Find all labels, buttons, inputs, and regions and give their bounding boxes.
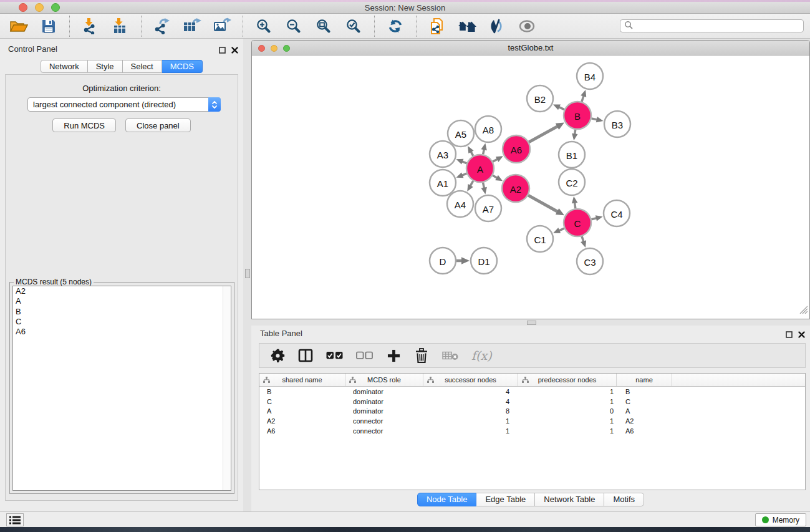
graph-node-C3[interactable]: C3 <box>577 248 603 274</box>
hide-panel-icon[interactable] <box>487 16 507 36</box>
graph-node-D1[interactable]: D1 <box>471 248 497 274</box>
deselect-all-icon[interactable] <box>356 346 373 365</box>
table-cell[interactable]: 1 <box>518 417 617 425</box>
network-canvas[interactable]: B4B2BB3A8A5A6A3B1AA1C2A2A4A7C4CC1C3DD1 <box>252 56 809 318</box>
delete-icon[interactable] <box>414 346 429 365</box>
tab-style[interactable]: Style <box>88 60 123 73</box>
table-cell[interactable]: connector <box>345 427 423 435</box>
table-cell[interactable]: C <box>617 398 672 405</box>
column-header-name[interactable]: name <box>617 374 672 386</box>
tab-network-table[interactable]: Network Table <box>535 493 604 506</box>
table-cell[interactable]: 0 <box>518 407 617 415</box>
gear-icon[interactable] <box>270 346 285 365</box>
eye-icon[interactable] <box>517 16 537 36</box>
mcds-result-list[interactable]: A2ABCA6 <box>12 286 231 491</box>
table-cell[interactable]: A6 <box>617 427 672 435</box>
table-cell[interactable]: 1 <box>518 398 617 405</box>
table-cell[interactable]: 1 <box>518 388 617 395</box>
float-panel-icon[interactable] <box>219 45 226 56</box>
graph-node-B2[interactable]: B2 <box>527 85 553 112</box>
table-cell[interactable]: A2 <box>617 417 672 425</box>
tab-select[interactable]: Select <box>123 60 162 73</box>
table-row[interactable]: A6connector11A6 <box>259 426 805 436</box>
clone-network-icon[interactable] <box>427 16 447 36</box>
graph-node-C2[interactable]: C2 <box>559 169 585 195</box>
close-panel-button[interactable]: Close panel <box>125 118 191 132</box>
graph-node-A2[interactable]: A2 <box>502 175 529 202</box>
criterion-dropdown[interactable]: largest connected component (directed) <box>27 97 221 112</box>
graph-node-A7[interactable]: A7 <box>475 195 501 221</box>
task-history-button[interactable] <box>6 513 24 526</box>
table-cell[interactable]: connector <box>345 417 423 425</box>
memory-button[interactable]: Memory <box>755 513 806 526</box>
table-cell[interactable]: dominator <box>345 388 423 395</box>
tab-edge-table[interactable]: Edge Table <box>476 493 535 506</box>
column-header-MCDS-role[interactable]: MCDS role <box>345 374 423 386</box>
refresh-icon[interactable] <box>385 16 405 36</box>
table-cell[interactable]: 1 <box>518 427 617 435</box>
graph-node-A1[interactable]: A1 <box>430 170 456 196</box>
split-column-icon[interactable] <box>298 346 313 365</box>
export-table-icon[interactable] <box>182 16 202 36</box>
column-header-successor-nodes[interactable]: successor nodes <box>423 374 518 386</box>
save-session-icon[interactable] <box>39 16 59 36</box>
resize-grip-icon[interactable] <box>799 305 808 316</box>
graph-node-B3[interactable]: B3 <box>604 111 630 137</box>
table-cell[interactable]: C <box>259 398 345 405</box>
select-all-icon[interactable] <box>326 346 343 365</box>
table-cell[interactable]: 4 <box>423 388 518 395</box>
graph-node-B[interactable]: B <box>564 102 591 129</box>
graph-node-C4[interactable]: C4 <box>604 200 630 226</box>
result-item[interactable]: A2 <box>13 286 231 296</box>
close-panel-icon[interactable] <box>231 45 238 56</box>
table-row[interactable]: Adominator80A <box>259 407 805 417</box>
table-cell[interactable]: B <box>259 388 345 395</box>
graph-node-B4[interactable]: B4 <box>577 63 603 89</box>
search-field[interactable] <box>620 19 804 32</box>
zoom-selected-icon[interactable] <box>344 16 364 36</box>
zoom-in-icon[interactable] <box>254 16 274 36</box>
graph-node-D[interactable]: D <box>430 248 456 274</box>
result-item[interactable]: A6 <box>13 327 231 337</box>
table-row[interactable]: Bdominator41B <box>259 387 805 397</box>
graph-node-A3[interactable]: A3 <box>430 141 456 167</box>
graph-node-A4[interactable]: A4 <box>447 191 473 217</box>
table-cell[interactable]: dominator <box>345 407 423 415</box>
import-table-icon[interactable] <box>110 16 130 36</box>
graph-node-B1[interactable]: B1 <box>559 142 585 168</box>
search-input[interactable] <box>635 22 799 31</box>
network-graph[interactable]: B4B2BB3A8A5A6A3B1AA1C2A2A4A7C4CC1C3DD1 <box>252 56 809 318</box>
table-cell[interactable]: B <box>617 388 672 395</box>
column-header-shared-name[interactable]: shared name <box>259 374 345 386</box>
home-icon[interactable] <box>457 16 477 36</box>
graph-edge[interactable] <box>529 126 558 142</box>
table-cell[interactable]: A <box>259 407 345 415</box>
table-cell[interactable]: A6 <box>259 427 345 435</box>
float-table-panel-icon[interactable] <box>786 329 793 341</box>
zoom-out-icon[interactable] <box>284 16 304 36</box>
run-mcds-button[interactable]: Run MCDS <box>52 118 116 132</box>
vertical-split-handle[interactable] <box>245 269 250 278</box>
table-cell[interactable]: 1 <box>423 417 518 425</box>
network-window-titlebar[interactable]: testGlobe.txt <box>252 41 809 56</box>
result-item[interactable]: A <box>13 296 231 306</box>
graph-edge[interactable] <box>528 195 558 212</box>
graph-node-A6[interactable]: A6 <box>503 135 530 163</box>
tab-motifs[interactable]: Motifs <box>604 493 644 506</box>
tab-mcds[interactable]: MCDS <box>162 60 203 73</box>
open-file-icon[interactable] <box>9 16 29 36</box>
close-table-panel-icon[interactable] <box>798 329 805 341</box>
result-scrollbar[interactable] <box>223 286 231 490</box>
table-cell[interactable]: 8 <box>423 407 518 415</box>
add-icon[interactable] <box>386 346 401 365</box>
table-row[interactable]: Cdominator41C <box>259 397 805 407</box>
export-network-icon[interactable] <box>152 16 172 36</box>
graph-node-A8[interactable]: A8 <box>475 116 501 142</box>
graph-node-C[interactable]: C <box>564 209 591 236</box>
table-cell[interactable]: A <box>617 407 672 415</box>
zoom-fit-icon[interactable] <box>314 16 334 36</box>
tab-network[interactable]: Network <box>41 60 88 73</box>
table-cell[interactable]: 4 <box>423 398 518 405</box>
table-cell[interactable]: dominator <box>345 398 423 405</box>
column-header-predecessor-nodes[interactable]: predecessor nodes <box>518 374 617 386</box>
